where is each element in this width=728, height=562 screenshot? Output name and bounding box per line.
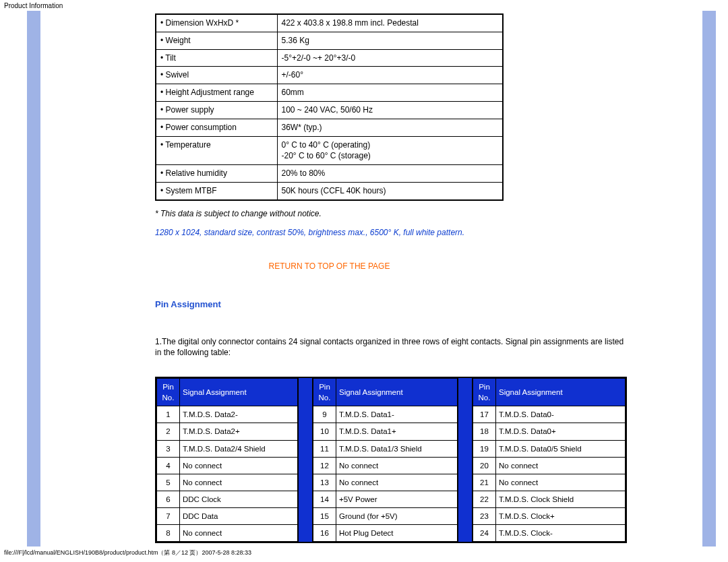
pin-number: 7	[157, 507, 180, 524]
spec-label: • Power supply	[156, 101, 277, 119]
spec-label: • Temperature	[156, 136, 277, 165]
table-row: 10T.M.D.S. Data1+	[313, 423, 458, 440]
table-row: 14+5V Power	[313, 491, 458, 507]
footer-path: file:///F|/lcd/manual/ENGLISH/190B8/prod…	[4, 549, 251, 557]
table-row: 24T.M.D.S. Clock-	[473, 524, 626, 541]
table-row: • Tilt-5°+2/-0 ~+ 20°+3/-0	[156, 49, 503, 67]
pin-table-left: Pin No. Signal Assignment 1T.M.D.S. Data…	[156, 378, 298, 542]
pin-number: 8	[157, 524, 180, 541]
right-sidebar-decoration	[702, 11, 716, 547]
pin-signal: Hot Plug Detect	[336, 524, 458, 541]
spec-value: 36W* (typ.)	[277, 119, 503, 136]
pin-table-container: Pin No. Signal Assignment 1T.M.D.S. Data…	[155, 377, 627, 543]
table-row: • System MTBF50K hours (CCFL 40K hours)	[156, 182, 503, 199]
pin-signal: T.M.D.S. Clock Shield	[496, 491, 626, 507]
table-row: • Power consumption36W* (typ.)	[156, 119, 503, 136]
pin-number: 2	[157, 423, 180, 440]
pin-number: 22	[473, 491, 496, 507]
pin-signal: No connect	[180, 474, 298, 491]
spec-value: 100 ~ 240 VAC, 50/60 Hz	[277, 101, 503, 119]
pin-number: 19	[473, 440, 496, 457]
pin-signal: DDC Data	[180, 507, 298, 524]
pin-table-mid: Pin No. Signal Assignment 9T.M.D.S. Data…	[313, 378, 458, 542]
table-row: 8No connect	[157, 524, 298, 541]
table-row: 20No connect	[473, 457, 626, 474]
table-row: 13No connect	[313, 474, 458, 491]
left-sidebar-decoration	[27, 11, 40, 547]
pin-signal: T.M.D.S. Data2/4 Shield	[180, 440, 298, 457]
table-row: • Temperature0° C to 40° C (operating) -…	[156, 136, 503, 165]
spec-table: • Dimension WxHxD *422 x 403.8 x 198.8 m…	[155, 13, 504, 201]
pin-number: 21	[473, 474, 496, 491]
table-row: 12No connect	[313, 457, 458, 474]
pin-signal: T.M.D.S. Data0+	[496, 423, 626, 440]
pin-number: 23	[473, 507, 496, 524]
pin-number: 12	[313, 457, 336, 474]
table-row: 21No connect	[473, 474, 626, 491]
table-row: 6DDC Clock	[157, 491, 298, 507]
pin-number: 17	[473, 406, 496, 423]
table-row: • Height Adjustment range60mm	[156, 84, 503, 102]
pin-number: 16	[313, 524, 336, 541]
pin-signal: T.M.D.S. Data2+	[180, 423, 298, 440]
pin-signal: T.M.D.S. Data0/5 Shield	[496, 440, 626, 457]
pin-number: 9	[313, 406, 336, 423]
pin-signal: No connect	[180, 457, 298, 474]
spec-value: 50K hours (CCFL 40K hours)	[277, 182, 503, 199]
pin-signal: T.M.D.S. Data2-	[180, 406, 298, 423]
pin-number: 5	[157, 474, 180, 491]
pin-number: 11	[313, 440, 336, 457]
return-to-top-link[interactable]: RETURN TO TOP OF THE PAGE	[155, 261, 504, 271]
pin-signal: No connect	[496, 457, 626, 474]
pin-divider	[298, 378, 313, 542]
table-row: 16Hot Plug Detect	[313, 524, 458, 541]
pin-number: 20	[473, 457, 496, 474]
pin-description: 1.The digital only connector contains 24…	[155, 336, 627, 358]
spec-value: 422 x 403.8 x 198.8 mm incl. Pedestal	[277, 14, 503, 32]
table-row: 5No connect	[157, 474, 298, 491]
spec-value: 20% to 80%	[277, 165, 503, 183]
pin-signal: No connect	[496, 474, 626, 491]
pin-number: 24	[473, 524, 496, 541]
pin-signal: Ground (for +5V)	[336, 507, 458, 524]
spec-value: 5.36 Kg	[277, 32, 503, 49]
pin-signal: T.M.D.S. Data1/3 Shield	[336, 440, 458, 457]
table-row: 22T.M.D.S. Clock Shield	[473, 491, 626, 507]
table-row: 15Ground (for +5V)	[313, 507, 458, 524]
pin-header-pin: Pin No.	[313, 379, 336, 406]
table-row: 7DDC Data	[157, 507, 298, 524]
spec-value: -5°+2/-0 ~+ 20°+3/-0	[277, 49, 503, 67]
pin-number: 3	[157, 440, 180, 457]
blue-note-text: 1280 x 1024, standard size, contrast 50%…	[155, 228, 627, 237]
pin-signal: T.M.D.S. Clock+	[496, 507, 626, 524]
table-row: 11T.M.D.S. Data1/3 Shield	[313, 440, 458, 457]
notice-text: * This data is subject to change without…	[155, 209, 627, 218]
table-row: 19T.M.D.S. Data0/5 Shield	[473, 440, 626, 457]
pin-signal: No connect	[180, 524, 298, 541]
spec-label: • Dimension WxHxD *	[156, 14, 277, 32]
pin-header-signal: Signal Assignment	[336, 379, 458, 406]
pin-number: 18	[473, 423, 496, 440]
table-row: • Swivel+/-60°	[156, 67, 503, 84]
pin-signal: T.M.D.S. Data1-	[336, 406, 458, 423]
pin-table-right: Pin No. Signal Assignment 17T.M.D.S. Dat…	[473, 378, 626, 542]
page-title: Product Information	[0, 0, 728, 11]
pin-number: 15	[313, 507, 336, 524]
table-row: • Weight5.36 Kg	[156, 32, 503, 49]
table-row: 3T.M.D.S. Data2/4 Shield	[157, 440, 298, 457]
spec-value: 60mm	[277, 84, 503, 102]
pin-header-pin: Pin No.	[473, 379, 496, 406]
pin-header-signal: Signal Assignment	[496, 379, 626, 406]
pin-number: 4	[157, 457, 180, 474]
spec-value: 0° C to 40° C (operating) -20° C to 60° …	[277, 136, 503, 165]
table-row: 9T.M.D.S. Data1-	[313, 406, 458, 423]
pin-divider	[458, 378, 473, 542]
main-content: • Dimension WxHxD *422 x 403.8 x 198.8 m…	[155, 13, 627, 543]
spec-label: • Weight	[156, 32, 277, 49]
pin-signal: T.M.D.S. Clock-	[496, 524, 626, 541]
pin-header-pin: Pin No.	[157, 379, 180, 406]
table-row: • Power supply100 ~ 240 VAC, 50/60 Hz	[156, 101, 503, 119]
spec-label: • System MTBF	[156, 182, 277, 199]
pin-signal: No connect	[336, 474, 458, 491]
pin-number: 10	[313, 423, 336, 440]
